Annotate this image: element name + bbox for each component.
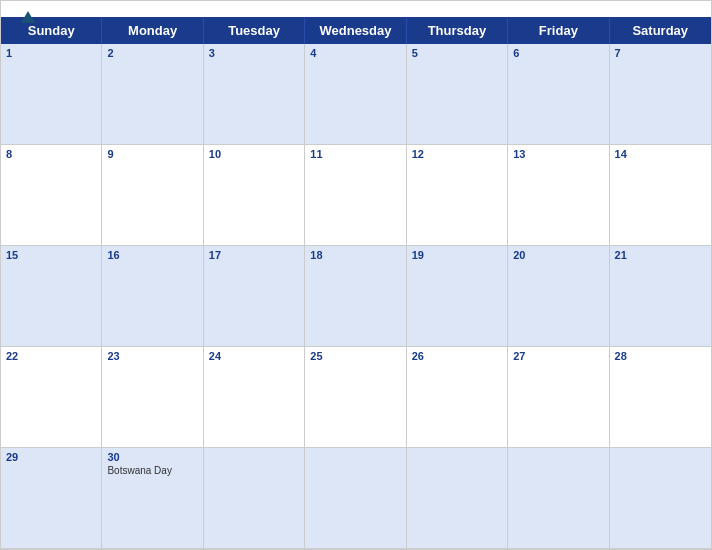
day-cell: 11 bbox=[305, 145, 406, 246]
day-cell: 20 bbox=[508, 246, 609, 347]
day-number: 10 bbox=[209, 148, 299, 160]
calendar-header bbox=[1, 1, 711, 17]
day-number: 7 bbox=[615, 47, 706, 59]
day-cell: 29 bbox=[1, 448, 102, 549]
day-number: 23 bbox=[107, 350, 197, 362]
day-cell bbox=[610, 448, 711, 549]
day-cell: 16 bbox=[102, 246, 203, 347]
day-number: 1 bbox=[6, 47, 96, 59]
day-cell: 19 bbox=[407, 246, 508, 347]
day-cell: 1 bbox=[1, 44, 102, 145]
day-number: 27 bbox=[513, 350, 603, 362]
day-number: 24 bbox=[209, 350, 299, 362]
day-number: 30 bbox=[107, 451, 197, 463]
day-number: 5 bbox=[412, 47, 502, 59]
day-number: 29 bbox=[6, 451, 96, 463]
day-number: 4 bbox=[310, 47, 400, 59]
day-number: 20 bbox=[513, 249, 603, 261]
day-cell: 9 bbox=[102, 145, 203, 246]
day-cell: 2 bbox=[102, 44, 203, 145]
calendar: SundayMondayTuesdayWednesdayThursdayFrid… bbox=[0, 0, 712, 550]
day-cell: 3 bbox=[204, 44, 305, 145]
day-cell: 4 bbox=[305, 44, 406, 145]
day-number: 2 bbox=[107, 47, 197, 59]
day-cell: 17 bbox=[204, 246, 305, 347]
day-number: 26 bbox=[412, 350, 502, 362]
day-number: 11 bbox=[310, 148, 400, 160]
day-number: 12 bbox=[412, 148, 502, 160]
day-cell: 22 bbox=[1, 347, 102, 448]
day-number: 15 bbox=[6, 249, 96, 261]
day-number: 8 bbox=[6, 148, 96, 160]
day-number: 3 bbox=[209, 47, 299, 59]
day-number: 21 bbox=[615, 249, 706, 261]
day-header-wednesday: Wednesday bbox=[305, 17, 406, 44]
day-cell: 5 bbox=[407, 44, 508, 145]
day-number: 13 bbox=[513, 148, 603, 160]
day-number: 6 bbox=[513, 47, 603, 59]
day-cell: 25 bbox=[305, 347, 406, 448]
day-header-monday: Monday bbox=[102, 17, 203, 44]
day-header-friday: Friday bbox=[508, 17, 609, 44]
day-cell bbox=[305, 448, 406, 549]
holiday-label: Botswana Day bbox=[107, 465, 197, 476]
day-cell: 13 bbox=[508, 145, 609, 246]
day-headers-row: SundayMondayTuesdayWednesdayThursdayFrid… bbox=[1, 17, 711, 44]
day-cell: 21 bbox=[610, 246, 711, 347]
day-cell: 15 bbox=[1, 246, 102, 347]
day-cell: 8 bbox=[1, 145, 102, 246]
day-cell: 12 bbox=[407, 145, 508, 246]
day-header-saturday: Saturday bbox=[610, 17, 711, 44]
day-cell: 7 bbox=[610, 44, 711, 145]
day-cell: 23 bbox=[102, 347, 203, 448]
day-cell: 18 bbox=[305, 246, 406, 347]
day-number: 16 bbox=[107, 249, 197, 261]
day-cell bbox=[407, 448, 508, 549]
day-cell: 14 bbox=[610, 145, 711, 246]
day-number: 28 bbox=[615, 350, 706, 362]
day-cell: 28 bbox=[610, 347, 711, 448]
day-cell: 10 bbox=[204, 145, 305, 246]
day-header-tuesday: Tuesday bbox=[204, 17, 305, 44]
day-cell bbox=[508, 448, 609, 549]
day-cell: 26 bbox=[407, 347, 508, 448]
day-number: 14 bbox=[615, 148, 706, 160]
logo bbox=[17, 11, 35, 23]
day-cell: 30Botswana Day bbox=[102, 448, 203, 549]
day-number: 22 bbox=[6, 350, 96, 362]
day-header-thursday: Thursday bbox=[407, 17, 508, 44]
day-number: 19 bbox=[412, 249, 502, 261]
day-number: 18 bbox=[310, 249, 400, 261]
calendar-grid: 1234567891011121314151617181920212223242… bbox=[1, 44, 711, 549]
logo-triangle-icon bbox=[21, 11, 35, 23]
day-number: 25 bbox=[310, 350, 400, 362]
day-number: 17 bbox=[209, 249, 299, 261]
day-number: 9 bbox=[107, 148, 197, 160]
logo-blue-text bbox=[17, 11, 35, 23]
day-cell: 27 bbox=[508, 347, 609, 448]
day-cell bbox=[204, 448, 305, 549]
day-cell: 24 bbox=[204, 347, 305, 448]
day-cell: 6 bbox=[508, 44, 609, 145]
